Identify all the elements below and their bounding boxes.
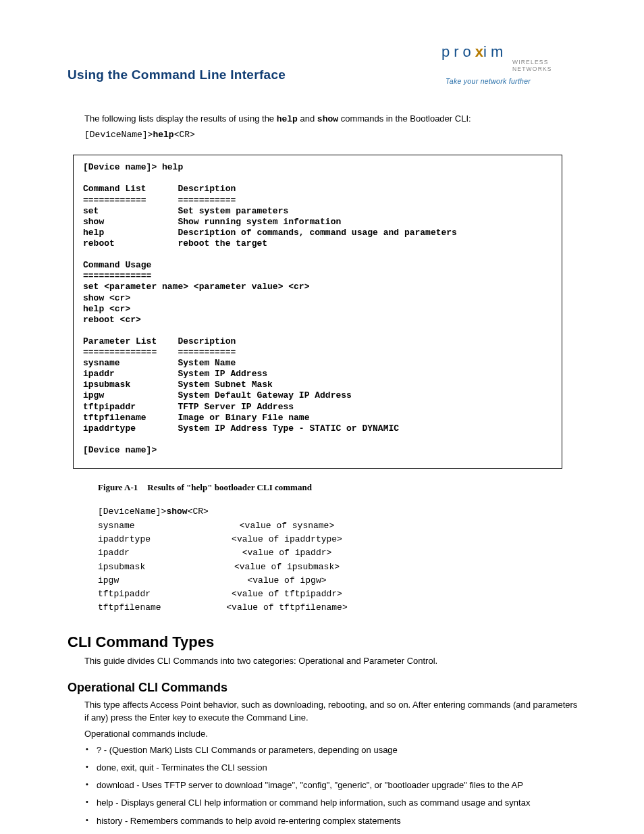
- show-output: sysname<value of sysname>ipaddrtype<valu…: [98, 519, 583, 615]
- logo-post: im: [483, 43, 507, 60]
- page: proxim WIRELESS NETWORKS Take your netwo…: [0, 0, 644, 834]
- logo-subtitle: WIRELESS NETWORKS: [441, 59, 576, 72]
- show-key: sysname: [98, 519, 186, 533]
- list-item: download - Uses TFTP server to download …: [84, 779, 583, 791]
- subsection-title-operational: Operational CLI Commands: [68, 681, 583, 695]
- intro-post: commands in the Bootloader CLI:: [338, 113, 471, 124]
- show-val: <value of tftpfilename>: [186, 601, 388, 615]
- section-title-cli-types: CLI Command Types: [68, 633, 583, 651]
- prompt-help-cmd: help: [153, 130, 173, 140]
- list-item: done, exit, quit - Terminates the CLI se…: [84, 762, 583, 774]
- show-row: ipgw<value of ipgw>: [98, 574, 583, 588]
- prompt-show-cr: <CR>: [188, 506, 209, 517]
- show-key: ipaddr: [98, 546, 186, 560]
- show-row: ipaddrtype<value of ipaddrtype>: [98, 533, 583, 546]
- list-item: history - Remembers commands to help avo…: [84, 815, 583, 827]
- prompt-show-cmd: show: [166, 506, 187, 517]
- show-key: ipaddrtype: [98, 533, 186, 546]
- help-prompt: [DeviceName]>help<CR>: [84, 130, 583, 140]
- show-val: <value of sysname>: [186, 519, 388, 533]
- show-row: ipaddr<value of ipaddr>: [98, 546, 583, 560]
- intro-cmd-show: show: [317, 114, 338, 124]
- prompt-help-cr: <CR>: [174, 130, 195, 140]
- show-key: tftpfilename: [98, 601, 186, 615]
- show-val: <value of ipaddrtype>: [186, 533, 388, 546]
- operational-commands-list: ? - (Question Mark) Lists CLI Commands o…: [84, 744, 583, 834]
- show-row: tftpipaddr<value of tftpipaddr>: [98, 588, 583, 601]
- show-row: tftpfilename<value of tftpfilename>: [98, 601, 583, 615]
- show-prompt: [DeviceName]>show<CR>: [98, 506, 583, 517]
- show-key: ipsubmask: [98, 561, 186, 574]
- list-item: help - Displays general CLI help informa…: [84, 797, 583, 809]
- show-val: <value of ipgw>: [186, 574, 388, 588]
- show-row: sysname<value of sysname>: [98, 519, 583, 533]
- intro-cmd-help: help: [277, 114, 298, 124]
- logo: proxim WIRELESS NETWORKS Take your netwo…: [441, 43, 576, 85]
- figure-caption: Figure A-1Results of "help" bootloader C…: [98, 482, 583, 493]
- show-row: ipsubmask<value of ipsubmask>: [98, 561, 583, 574]
- operational-p1: This type affects Access Point behavior,…: [84, 699, 583, 723]
- list-item: ? - (Question Mark) Lists CLI Commands o…: [84, 744, 583, 756]
- logo-tagline: Take your network further: [441, 77, 576, 85]
- show-val: <value of ipaddr>: [186, 546, 388, 560]
- figure-title: Results of "help" bootloader CLI command: [147, 482, 312, 492]
- show-key: ipgw: [98, 574, 186, 588]
- show-key: tftpipaddr: [98, 588, 186, 601]
- intro-pre: The following lists display the results …: [84, 113, 277, 124]
- intro-paragraph: The following lists display the results …: [84, 113, 583, 126]
- help-output-box: [Device name]> help Command List Descrip…: [73, 155, 562, 469]
- prompt-devicename-2: [DeviceName]>: [98, 506, 166, 517]
- logo-pre: pro: [441, 43, 475, 60]
- section-body-cli-types: This guide divides CLI Commands into two…: [84, 655, 583, 667]
- logo-x-icon: x: [475, 43, 483, 60]
- intro-mid: and: [298, 113, 317, 124]
- show-val: <value of tftpipaddr>: [186, 588, 388, 601]
- prompt-devicename: [DeviceName]>: [84, 130, 153, 140]
- operational-p2: Operational commands include.: [84, 728, 583, 740]
- show-val: <value of ipsubmask>: [186, 561, 388, 574]
- figure-number: Figure A-1: [98, 482, 138, 492]
